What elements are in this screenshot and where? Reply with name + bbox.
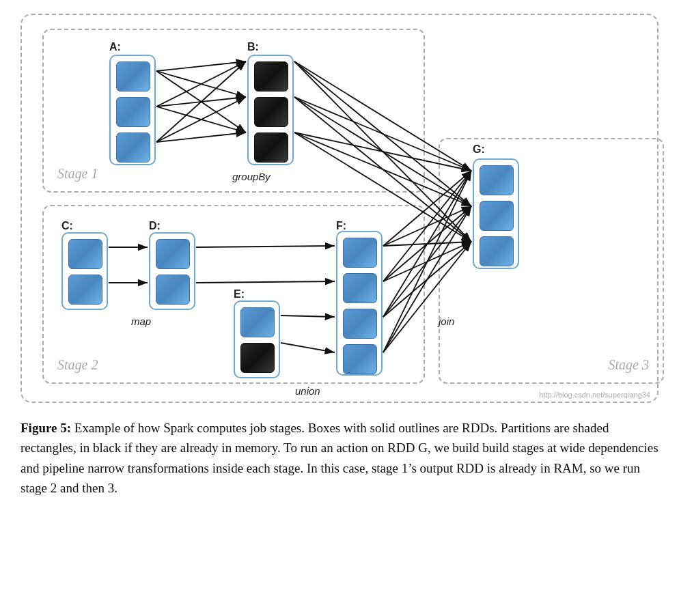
rdd-b-p3: [254, 132, 288, 163]
rdd-f-p1: [343, 238, 377, 268]
groupby-label: groupBy: [232, 171, 271, 182]
rdd-c-p1: [68, 239, 102, 269]
rdd-d-p1: [156, 239, 190, 269]
diagram-area: Stage 1 Stage 2 Stage 3 A: B: groupBy C:: [20, 14, 659, 403]
rdd-a-group: [109, 55, 156, 165]
rdd-g-p2: [480, 201, 514, 231]
main-container: Stage 1 Stage 2 Stage 3 A: B: groupBy C:: [0, 0, 679, 616]
stage2-label: Stage 2: [57, 357, 98, 373]
rdd-d-group: [149, 232, 195, 310]
watermark-label: http://blog.csdn.net/superqiang34: [539, 391, 650, 399]
rdd-f-p4: [343, 344, 377, 374]
rdd-d-label: D:: [149, 220, 161, 232]
rdd-b-p2: [254, 97, 288, 127]
rdd-b-group: [247, 55, 294, 165]
caption: Figure 5: Example of how Spark computes …: [20, 418, 659, 499]
map-label: map: [131, 316, 151, 327]
rdd-d-p2: [156, 275, 190, 305]
rdd-f-group: [336, 231, 383, 376]
rdd-a-label: A:: [109, 41, 121, 53]
rdd-a-p3: [116, 132, 150, 163]
rdd-a-p2: [116, 97, 150, 127]
union-label: union: [295, 385, 320, 397]
stage1-label: Stage 1: [57, 166, 98, 182]
join-label: join: [439, 316, 454, 327]
rdd-g-p3: [480, 236, 514, 266]
rdd-e-p1: [240, 307, 275, 337]
rdd-e-group: [234, 300, 280, 378]
figure-label: Figure 5:: [20, 421, 71, 435]
rdd-e-label: E:: [234, 288, 245, 300]
rdd-b-p1: [254, 61, 288, 92]
caption-text: Example of how Spark computes job stages…: [20, 421, 659, 495]
rdd-c-label: C:: [61, 220, 73, 232]
rdd-g-group: [473, 158, 519, 269]
rdd-g-p1: [480, 165, 514, 195]
rdd-f-p2: [343, 273, 377, 303]
rdd-g-label: G:: [473, 143, 485, 156]
rdd-a-p1: [116, 61, 150, 92]
stage3-label: Stage 3: [609, 357, 649, 373]
stage1-box: Stage 1: [42, 29, 425, 193]
rdd-c-group: [61, 232, 108, 310]
rdd-e-p2: [240, 343, 275, 373]
rdd-c-p2: [68, 275, 102, 305]
rdd-f-p3: [343, 309, 377, 339]
rdd-b-label: B:: [247, 41, 259, 53]
